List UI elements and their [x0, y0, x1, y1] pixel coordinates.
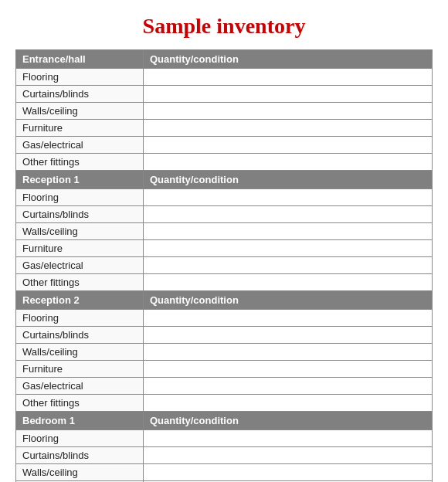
item-label: Furniture — [16, 120, 144, 137]
table-row: Walls/ceiling — [16, 464, 433, 481]
item-value[interactable] — [144, 103, 433, 120]
section-title-2: Reception 2 — [16, 291, 144, 310]
section-header-3: Bedroom 1Quantity/condition — [16, 412, 433, 430]
item-label: Flooring — [16, 310, 144, 327]
table-row: Gas/electrical — [16, 137, 433, 154]
table-row: Flooring — [16, 69, 433, 86]
item-value[interactable] — [144, 223, 433, 240]
item-value[interactable] — [144, 86, 433, 103]
item-value[interactable] — [144, 310, 433, 327]
item-value[interactable] — [144, 395, 433, 412]
table-row: Walls/ceiling — [16, 103, 433, 120]
item-value[interactable] — [144, 257, 433, 274]
table-row: Gas/electrical — [16, 257, 433, 274]
item-value[interactable] — [144, 120, 433, 137]
item-label: Walls/ceiling — [16, 344, 144, 361]
item-label: Flooring — [16, 189, 144, 206]
section-header-1: Reception 1Quantity/condition — [16, 171, 433, 189]
page: Sample inventory Entrance/hallQuantity/c… — [0, 0, 448, 482]
table-row: Flooring — [16, 430, 433, 447]
item-value[interactable] — [144, 206, 433, 223]
section-title-1: Reception 1 — [16, 171, 144, 189]
item-label: Gas/electrical — [16, 137, 144, 154]
item-value[interactable] — [144, 327, 433, 344]
item-label: Walls/ceiling — [16, 103, 144, 120]
item-label: Furniture — [16, 361, 144, 378]
item-label: Curtains/blinds — [16, 206, 144, 223]
table-row: Flooring — [16, 310, 433, 327]
table-row: Other fittings — [16, 154, 433, 171]
item-value[interactable] — [144, 274, 433, 291]
inventory-table: Entrance/hallQuantity/conditionFlooringC… — [15, 49, 433, 482]
item-value[interactable] — [144, 447, 433, 464]
item-label: Gas/electrical — [16, 378, 144, 395]
item-value[interactable] — [144, 361, 433, 378]
item-label: Walls/ceiling — [16, 464, 144, 481]
table-row: Other fittings — [16, 274, 433, 291]
item-label: Other fittings — [16, 274, 144, 291]
section-title-0: Entrance/hall — [16, 50, 144, 69]
section-qty-label-3: Quantity/condition — [144, 412, 433, 430]
item-label: Curtains/blinds — [16, 327, 144, 344]
section-qty-label-1: Quantity/condition — [144, 171, 433, 189]
item-value[interactable] — [144, 154, 433, 171]
item-label: Curtains/blinds — [16, 447, 144, 464]
item-value[interactable] — [144, 464, 433, 481]
section-title-3: Bedroom 1 — [16, 412, 144, 430]
item-label: Curtains/blinds — [16, 86, 144, 103]
table-row: Walls/ceiling — [16, 223, 433, 240]
item-label: Furniture — [16, 240, 144, 257]
section-qty-label-2: Quantity/condition — [144, 291, 433, 310]
table-row: Curtains/blinds — [16, 327, 433, 344]
table-row: Other fittings — [16, 395, 433, 412]
item-value[interactable] — [144, 430, 433, 447]
item-label: Gas/electrical — [16, 257, 144, 274]
item-label: Other fittings — [16, 154, 144, 171]
page-title: Sample inventory — [15, 14, 433, 39]
item-value[interactable] — [144, 344, 433, 361]
item-label: Flooring — [16, 69, 144, 86]
table-row: Furniture — [16, 361, 433, 378]
section-header-0: Entrance/hallQuantity/condition — [16, 50, 433, 69]
item-value[interactable] — [144, 240, 433, 257]
table-row: Flooring — [16, 189, 433, 206]
table-row: Furniture — [16, 240, 433, 257]
item-value[interactable] — [144, 69, 433, 86]
item-value[interactable] — [144, 378, 433, 395]
item-value[interactable] — [144, 189, 433, 206]
item-label: Walls/ceiling — [16, 223, 144, 240]
table-row: Furniture — [16, 120, 433, 137]
table-row: Curtains/blinds — [16, 206, 433, 223]
section-header-2: Reception 2Quantity/condition — [16, 291, 433, 310]
table-row: Walls/ceiling — [16, 344, 433, 361]
section-qty-label-0: Quantity/condition — [144, 50, 433, 69]
table-row: Curtains/blinds — [16, 447, 433, 464]
table-row: Gas/electrical — [16, 378, 433, 395]
item-label: Flooring — [16, 430, 144, 447]
table-row: Curtains/blinds — [16, 86, 433, 103]
item-label: Other fittings — [16, 395, 144, 412]
item-value[interactable] — [144, 137, 433, 154]
